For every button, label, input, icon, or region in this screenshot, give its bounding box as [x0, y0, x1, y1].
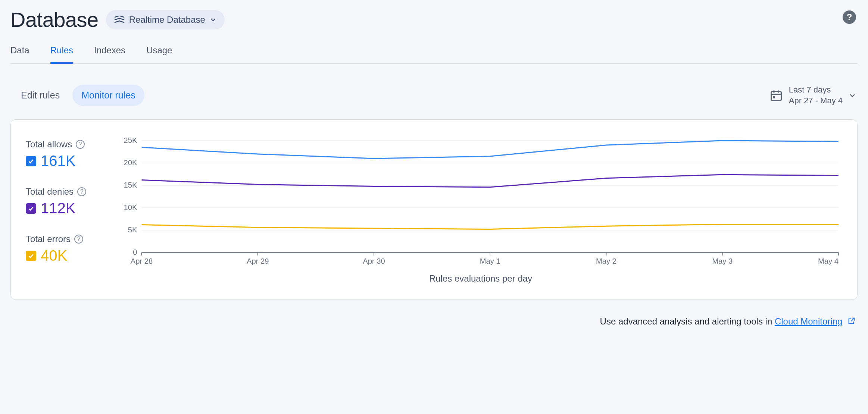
cloud-monitoring-link[interactable]: Cloud Monitoring: [775, 316, 842, 326]
metric-denies-label: Total denies: [26, 186, 74, 197]
svg-text:5K: 5K: [128, 226, 137, 234]
external-link-icon: [847, 317, 855, 327]
svg-rect-4: [773, 96, 775, 98]
svg-text:0: 0: [133, 248, 137, 256]
metric-errors-label: Total errors: [26, 234, 71, 244]
chevron-down-icon: [849, 92, 856, 99]
svg-text:10K: 10K: [124, 203, 138, 211]
metric-allows: Total allows ? 161K: [26, 139, 108, 169]
series-toggle-denies[interactable]: [26, 203, 36, 214]
metric-allows-label: Total allows: [26, 139, 72, 150]
main-tabs: Data Rules Indexes Usage: [10, 45, 858, 64]
svg-rect-0: [771, 91, 781, 100]
subtab-edit-rules[interactable]: Edit rules: [12, 85, 69, 106]
chevron-down-icon: [210, 16, 216, 23]
date-range-label: Last 7 days: [789, 85, 843, 95]
svg-text:Apr 30: Apr 30: [363, 257, 385, 265]
chart: 05K10K15K20K25KApr 28Apr 29Apr 30May 1Ma…: [119, 137, 842, 286]
realtime-db-icon: [114, 16, 125, 24]
footer-text: Use advanced analysis and alerting tools…: [600, 316, 775, 326]
chart-legend: Total allows ? 161K Total denies ? 112K: [26, 137, 108, 286]
svg-text:Apr 29: Apr 29: [247, 257, 269, 265]
date-range-picker[interactable]: Last 7 days Apr 27 - May 4: [769, 85, 856, 106]
rules-subtabs: Edit rules Monitor rules: [12, 85, 144, 106]
svg-text:May 3: May 3: [712, 257, 733, 265]
help-icon[interactable]: ?: [77, 187, 86, 196]
chart-card: Total allows ? 161K Total denies ? 112K: [10, 119, 858, 300]
chart-xlabel: Rules evaluations per day: [119, 273, 842, 284]
help-icon[interactable]: ?: [843, 10, 856, 24]
metric-errors: Total errors ? 40K: [26, 234, 108, 264]
svg-text:May 1: May 1: [480, 257, 500, 265]
metric-errors-value: 40K: [41, 247, 67, 264]
help-icon[interactable]: ?: [76, 140, 85, 149]
tab-data[interactable]: Data: [10, 45, 29, 63]
subtab-monitor-rules[interactable]: Monitor rules: [72, 85, 144, 106]
svg-text:25K: 25K: [124, 137, 138, 144]
help-icon[interactable]: ?: [74, 235, 83, 244]
metric-denies: Total denies ? 112K: [26, 186, 108, 217]
svg-text:Apr 28: Apr 28: [131, 257, 153, 265]
metric-denies-value: 112K: [41, 200, 75, 217]
tab-rules[interactable]: Rules: [50, 45, 73, 64]
tab-usage[interactable]: Usage: [146, 45, 172, 63]
database-selector-label: Realtime Database: [129, 15, 205, 25]
database-selector[interactable]: Realtime Database: [106, 10, 225, 29]
series-toggle-errors[interactable]: [26, 251, 36, 261]
page-title: Database: [10, 7, 99, 32]
calendar-icon: [769, 89, 783, 102]
svg-text:20K: 20K: [124, 159, 138, 167]
svg-text:15K: 15K: [124, 181, 138, 189]
series-toggle-allows[interactable]: [26, 156, 36, 166]
metric-allows-value: 161K: [41, 153, 75, 169]
footer-note: Use advanced analysis and alerting tools…: [10, 316, 858, 327]
svg-text:May 4: May 4: [818, 257, 839, 265]
svg-text:May 2: May 2: [596, 257, 616, 265]
date-range-value: Apr 27 - May 4: [789, 95, 843, 106]
tab-indexes[interactable]: Indexes: [94, 45, 125, 63]
